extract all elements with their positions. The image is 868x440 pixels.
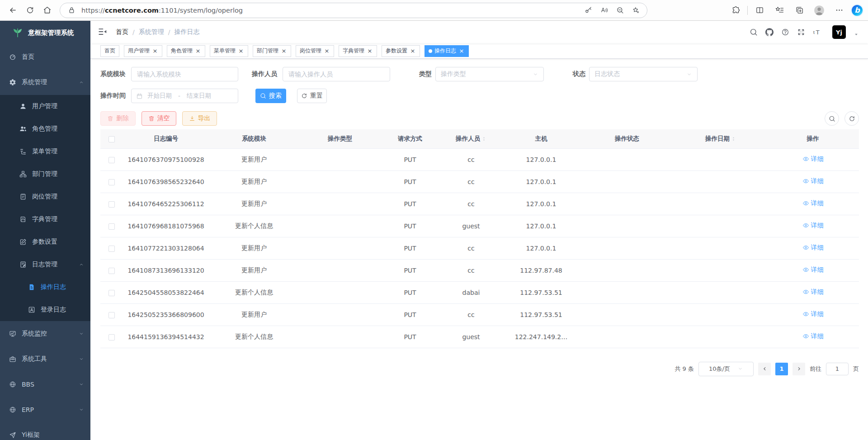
sidebar-item[interactable]: 系统工具 bbox=[0, 346, 90, 372]
collections-icon[interactable] bbox=[791, 3, 807, 18]
detail-link[interactable]: 详细 bbox=[802, 244, 824, 252]
sidebar-item[interactable]: 参数设置 bbox=[0, 231, 90, 253]
toggle-search-button[interactable] bbox=[825, 111, 839, 126]
tab-close-icon[interactable]: × bbox=[324, 48, 330, 54]
column-header[interactable]: 请求方式 bbox=[381, 129, 439, 148]
tab-close-icon[interactable]: × bbox=[367, 48, 373, 54]
view-tab[interactable]: 岗位管理 × bbox=[296, 45, 334, 57]
select-all-checkbox[interactable] bbox=[108, 136, 115, 142]
column-header[interactable]: 操作 bbox=[767, 129, 859, 148]
tab-close-icon[interactable]: × bbox=[410, 48, 416, 54]
profile-avatar[interactable] bbox=[811, 3, 827, 18]
sidebar-item[interactable]: 系统监控 bbox=[0, 321, 90, 346]
status-select[interactable]: 日志状态 bbox=[589, 67, 698, 81]
tab-close-icon[interactable]: × bbox=[195, 48, 201, 54]
detail-link[interactable]: 详细 bbox=[802, 288, 824, 296]
sort-carets-icon[interactable] bbox=[731, 135, 736, 142]
row-checkbox[interactable] bbox=[108, 201, 115, 208]
row-checkbox[interactable] bbox=[108, 246, 115, 252]
extensions-icon[interactable] bbox=[727, 3, 744, 18]
user-menu-caret-icon[interactable] bbox=[854, 32, 859, 37]
tab-close-icon[interactable]: × bbox=[458, 48, 465, 54]
detail-link[interactable]: 详细 bbox=[802, 332, 824, 341]
page-size-select[interactable]: 10条/页 bbox=[698, 362, 754, 376]
split-screen-icon[interactable] bbox=[751, 3, 768, 18]
sidebar-item[interactable]: 字典管理 bbox=[0, 208, 90, 231]
sidebar-item[interactable]: 部门管理 bbox=[0, 163, 90, 185]
sidebar-item[interactable]: 菜单管理 bbox=[0, 140, 90, 163]
refresh-icon[interactable] bbox=[22, 3, 38, 18]
detail-link[interactable]: 详细 bbox=[802, 155, 824, 163]
url-text[interactable]: https://ccnetcore.com:1101/system/log/op… bbox=[81, 7, 578, 14]
sidebar-item[interactable]: 岗位管理 bbox=[0, 185, 90, 208]
view-tab[interactable]: 用户管理 × bbox=[124, 45, 162, 57]
column-header[interactable]: 系统模块 bbox=[209, 129, 299, 148]
type-select[interactable]: 操作类型 bbox=[435, 67, 544, 81]
sidebar-item[interactable]: 操作日志 bbox=[0, 276, 90, 298]
column-header[interactable]: 操作状态 bbox=[580, 129, 675, 148]
clear-button[interactable]: 清空 bbox=[142, 111, 176, 126]
favorites-bar-icon[interactable] bbox=[771, 3, 788, 18]
sidebar-item[interactable]: 系统管理 bbox=[0, 70, 90, 95]
view-tab[interactable]: 操作日志 × bbox=[425, 45, 469, 57]
view-tab[interactable]: 参数设置 × bbox=[382, 45, 420, 57]
view-tab[interactable]: 首页 bbox=[100, 45, 119, 57]
sidebar-item[interactable]: 首页 bbox=[0, 44, 90, 70]
view-tab[interactable]: 字典管理 × bbox=[339, 45, 377, 57]
module-input[interactable] bbox=[131, 67, 238, 81]
row-checkbox[interactable] bbox=[108, 223, 115, 230]
reset-button[interactable]: 重置 bbox=[297, 89, 327, 103]
fullscreen-icon[interactable] bbox=[797, 28, 805, 36]
view-tab[interactable]: 部门管理 × bbox=[253, 45, 291, 57]
address-bar[interactable]: https://ccnetcore.com:1101/system/log/op… bbox=[60, 3, 647, 18]
zoom-out-icon[interactable] bbox=[614, 5, 626, 16]
select-all-header[interactable] bbox=[100, 129, 123, 148]
sidebar-item[interactable]: Yi框架 bbox=[0, 422, 90, 440]
font-size-icon[interactable]: tT bbox=[813, 28, 821, 36]
sidebar-toggle-icon[interactable] bbox=[98, 27, 108, 38]
detail-link[interactable]: 详细 bbox=[802, 199, 824, 208]
sidebar-item[interactable]: 角色管理 bbox=[0, 118, 90, 140]
export-button[interactable]: 导出 bbox=[182, 111, 217, 126]
column-header[interactable]: 操作人员 bbox=[439, 129, 503, 148]
detail-link[interactable]: 详细 bbox=[802, 266, 824, 274]
bing-chat-icon[interactable]: b bbox=[851, 4, 863, 17]
tab-close-icon[interactable]: × bbox=[152, 48, 158, 54]
sidebar-item[interactable]: 登录日志 bbox=[0, 298, 90, 321]
row-checkbox[interactable] bbox=[108, 290, 115, 296]
column-header[interactable]: 操作类型 bbox=[299, 129, 381, 148]
date-range-picker[interactable]: 开始日期 - 结束日期 bbox=[131, 89, 238, 103]
current-page-button[interactable]: 1 bbox=[775, 363, 788, 375]
add-favorite-icon[interactable] bbox=[630, 5, 642, 16]
read-aloud-icon[interactable] bbox=[598, 5, 610, 16]
back-icon[interactable] bbox=[5, 3, 21, 18]
tab-close-icon[interactable]: × bbox=[281, 48, 287, 54]
goto-page-input[interactable] bbox=[826, 363, 849, 375]
tab-close-icon[interactable]: × bbox=[238, 48, 244, 54]
row-checkbox[interactable] bbox=[108, 268, 115, 274]
prev-page-button[interactable] bbox=[758, 363, 771, 375]
help-icon[interactable] bbox=[781, 28, 789, 36]
detail-link[interactable]: 详细 bbox=[802, 310, 824, 318]
next-page-button[interactable] bbox=[793, 363, 805, 375]
row-checkbox[interactable] bbox=[108, 179, 115, 185]
home-icon[interactable] bbox=[39, 3, 55, 18]
view-tab[interactable]: 菜单管理 × bbox=[210, 45, 248, 57]
row-checkbox[interactable] bbox=[108, 334, 115, 341]
user-logo-badge[interactable]: Yj bbox=[832, 25, 846, 39]
view-tab[interactable]: 角色管理 × bbox=[167, 45, 205, 57]
row-checkbox[interactable] bbox=[108, 312, 115, 318]
delete-button[interactable]: 删除 bbox=[100, 111, 136, 126]
refresh-table-button[interactable] bbox=[844, 111, 859, 126]
sidebar-item[interactable]: 用户管理 bbox=[0, 95, 90, 118]
password-key-icon[interactable] bbox=[582, 5, 594, 16]
detail-link[interactable]: 详细 bbox=[802, 177, 824, 185]
sidebar-item[interactable]: BBS bbox=[0, 372, 90, 397]
search-button[interactable]: 搜索 bbox=[255, 89, 286, 103]
operator-input[interactable] bbox=[283, 67, 390, 81]
sort-carets-icon[interactable] bbox=[481, 135, 486, 142]
github-icon[interactable] bbox=[765, 28, 774, 36]
more-menu-icon[interactable] bbox=[831, 3, 847, 18]
row-checkbox[interactable] bbox=[108, 157, 115, 163]
column-header[interactable]: 操作日期 bbox=[675, 129, 767, 148]
